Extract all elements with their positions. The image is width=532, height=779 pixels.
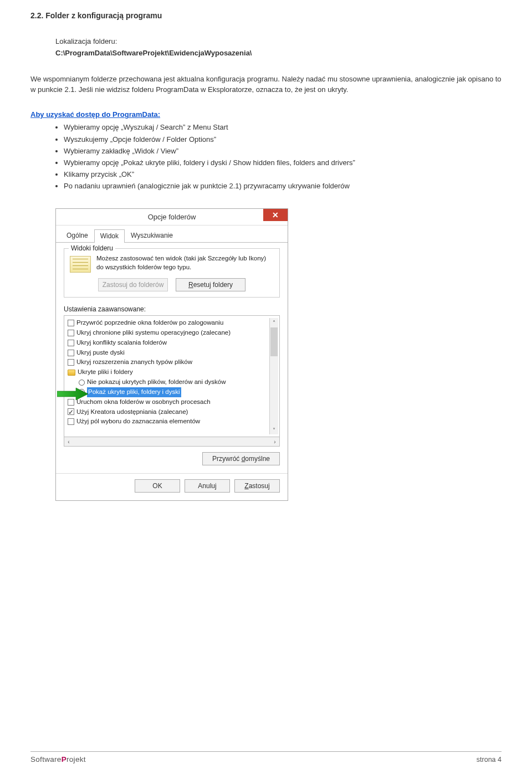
- tree-check-item[interactable]: Przywróć poprzednie okna folderów po zal…: [66, 318, 269, 328]
- close-button[interactable]: ✕: [263, 209, 288, 221]
- tree-check-item[interactable]: Użyj Kreatora udostępniania (zalecane): [66, 407, 269, 417]
- instruction-list: Wybieramy opcję „Wyszukaj / Search” z Me…: [64, 122, 502, 192]
- tree-check-item[interactable]: Ukryj konflikty scalania folderów: [66, 338, 269, 348]
- tree-check-item[interactable]: Ukryj rozszerzenia znanych typów plików: [66, 357, 269, 367]
- svg-marker-0: [57, 388, 88, 400]
- tab-general[interactable]: Ogólne: [60, 229, 94, 242]
- checkbox-icon[interactable]: [68, 418, 74, 425]
- checkbox-icon[interactable]: [68, 320, 74, 326]
- list-item: Wyszukujemy „Opcje folderów / Folder Opt…: [64, 134, 502, 145]
- page-footer: SoftwareProjekt strona 4: [30, 751, 502, 763]
- radio-icon[interactable]: [79, 380, 85, 386]
- restore-defaults-label: Przywróć domyślne: [212, 455, 270, 463]
- list-item: Wybieramy opcję „Wyszukaj / Search” z Me…: [64, 122, 502, 133]
- tree-item-label: Ukryte pliki i foldery: [78, 367, 133, 377]
- tree-item-label: Użyj Kreatora udostępniania (zalecane): [76, 407, 188, 417]
- checkbox-icon[interactable]: [68, 350, 74, 356]
- folder-options-dialog: Opcje folderów ✕ Ogólne Widok Wyszukiwan…: [55, 208, 288, 501]
- checkbox-icon[interactable]: [68, 408, 74, 415]
- apply-to-folders-button[interactable]: Zastosuj do folderów: [98, 278, 168, 291]
- checkbox-icon[interactable]: [68, 340, 74, 346]
- tree-radio-item[interactable]: Nie pokazuj ukrytych plików, folderów an…: [66, 377, 269, 387]
- close-icon: ✕: [272, 211, 279, 219]
- location-label: Lokalizacja folderu:: [55, 37, 502, 47]
- section-title: 2.2. Folder z konfiguracją programu: [30, 11, 502, 20]
- tab-bar: Ogólne Widok Wyszukiwanie: [56, 226, 288, 243]
- tree-item-label: Ukryj konflikty scalania folderów: [76, 338, 167, 348]
- horizontal-scrollbar[interactable]: ‹ ›: [64, 437, 280, 447]
- ok-button[interactable]: OK: [135, 479, 180, 493]
- scroll-thumb[interactable]: [270, 327, 278, 356]
- scroll-left-icon[interactable]: ‹: [64, 439, 73, 445]
- dialog-button-row: OK Anuluj Zastosuj: [56, 473, 288, 500]
- footer-logo: SoftwareProjekt: [30, 755, 86, 763]
- reset-folders-label: Resetuj foldery: [188, 281, 233, 289]
- tree-item-label: Ukryj rozszerzenia znanych typów plików: [76, 357, 192, 367]
- tree-check-item[interactable]: Ukryj puste dyski: [66, 348, 269, 358]
- advanced-settings-label: Ustawienia zaawansowane:: [64, 305, 280, 313]
- page-number: strona 4: [477, 756, 502, 763]
- folder-view-text: Możesz zastosować ten widok (taki jak Sz…: [96, 254, 274, 271]
- folder-icon: [68, 370, 75, 376]
- folder-view-icon: [70, 256, 91, 273]
- apply-label: Zastosuj: [244, 482, 269, 490]
- scroll-up-icon[interactable]: ˄: [270, 318, 278, 327]
- location-path: C:\ProgramData\SoftwareProjekt\Ewidencja…: [55, 48, 502, 59]
- tree-folder: Ukryte pliki i foldery: [66, 367, 269, 377]
- tree-check-item[interactable]: Ukryj chronione pliki systemu operacyjne…: [66, 328, 269, 338]
- apply-button[interactable]: Zastosuj: [234, 479, 280, 493]
- scroll-right-icon[interactable]: ›: [270, 439, 279, 445]
- dialog-wrap: Opcje folderów ✕ Ogólne Widok Wyszukiwan…: [55, 208, 502, 501]
- folder-views-group: Widoki folderu Możesz zastosować ten wid…: [64, 248, 280, 298]
- tree-item-label: Pokaż ukryte pliki, foldery i dyski: [87, 387, 181, 397]
- checkbox-icon[interactable]: [68, 359, 74, 366]
- checkbox-icon[interactable]: [68, 330, 74, 336]
- list-item: Wybieramy opcję „Pokaż ukryte pliki, fol…: [64, 157, 502, 168]
- dialog-title: Opcje folderów: [148, 213, 196, 221]
- paragraph-description: We wspomnianym folderze przechowana jest…: [30, 74, 502, 95]
- scroll-down-icon[interactable]: ˅: [270, 426, 278, 434]
- green-arrow-indicator: [57, 387, 88, 401]
- group-legend: Widoki folderu: [69, 244, 115, 252]
- tree-item-label: Przywróć poprzednie okna folderów po zal…: [76, 318, 223, 328]
- tree-item-label: Ukryj puste dyski: [76, 348, 125, 358]
- tree-check-item[interactable]: Użyj pól wyboru do zaznaczania elementów: [66, 417, 269, 427]
- tab-view[interactable]: Widok: [94, 229, 125, 243]
- tree-item-label: Ukryj chronione pliki systemu operacyjne…: [76, 328, 231, 338]
- tree-item-label: Użyj pól wyboru do zaznaczania elementów: [76, 417, 200, 427]
- tree-radio-item[interactable]: Pokaż ukryte pliki, foldery i dyski: [66, 387, 269, 397]
- tab-panel-view: Widoki folderu Możesz zastosować ten wid…: [56, 243, 288, 473]
- restore-defaults-button[interactable]: Przywróć domyślne: [202, 452, 280, 465]
- titlebar: Opcje folderów ✕: [56, 209, 288, 226]
- advanced-settings-tree[interactable]: Przywróć poprzednie okna folderów po zal…: [64, 315, 280, 437]
- location-block: Lokalizacja folderu: C:\ProgramData\Soft…: [55, 37, 502, 59]
- tree-check-item[interactable]: Uruchom okna folderów w osobnych procesa…: [66, 397, 269, 407]
- cancel-button[interactable]: Anuluj: [185, 479, 230, 493]
- list-item: Wybieramy zakładkę „Widok / View”: [64, 146, 502, 157]
- list-item: Klikamy przycisk „OK”: [64, 169, 502, 180]
- reset-folders-button[interactable]: Resetuj foldery: [176, 278, 245, 291]
- tab-search[interactable]: Wyszukiwanie: [125, 229, 179, 242]
- tree-item-label: Uruchom okna folderów w osobnych procesa…: [76, 397, 211, 407]
- access-title: Aby uzyskać dostęp do ProgramData:: [30, 110, 502, 119]
- list-item: Po nadaniu uprawnień (analogicznie jak w…: [64, 181, 502, 192]
- tree-item-label: Nie pokazuj ukrytych plików, folderów an…: [87, 377, 226, 387]
- vertical-scrollbar[interactable]: ˄ ˅: [269, 318, 278, 434]
